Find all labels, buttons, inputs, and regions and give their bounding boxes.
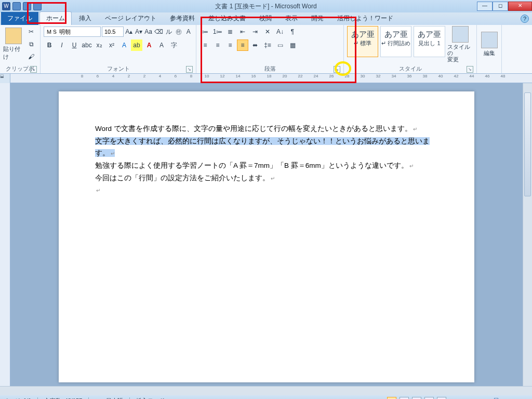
paste-button[interactable]: 貼り付け (3, 26, 23, 62)
tab-mailings[interactable]: 差し込み文書 (202, 12, 252, 25)
asian-spacing-icon[interactable]: ✕ (262, 26, 273, 37)
file-tab[interactable]: ファイル (1, 12, 38, 25)
ruler-vertical[interactable] (0, 83, 10, 386)
underline-icon[interactable]: U (69, 39, 80, 51)
format-painter-icon[interactable]: 🖌 (25, 51, 37, 62)
status-bar: ページ: 1/1 文字数: 48/157 ✔ 日本語 挿入モード ▢ 90% −… (0, 395, 532, 399)
tab-references[interactable]: 参考資料 (164, 12, 201, 25)
save-icon[interactable] (12, 2, 21, 10)
highlight-icon[interactable]: ab (131, 39, 142, 51)
paragraph-launcher[interactable]: ↘ (334, 66, 340, 73)
distribute-icon[interactable]: ⬌ (249, 39, 261, 51)
clipboard-launcher[interactable]: ↘ (30, 66, 37, 73)
char-border-icon[interactable]: A (184, 26, 193, 37)
line-spacing-icon[interactable]: ‡≡ (262, 39, 273, 51)
borders-icon[interactable]: ▦ (287, 39, 298, 51)
show-marks-icon[interactable]: ¶ (287, 26, 298, 37)
view-read-icon[interactable] (400, 397, 409, 400)
font-name-select[interactable] (44, 26, 101, 37)
window-buttons: — ◻ ✕ (477, 2, 532, 11)
justify-icon[interactable]: ≡ (237, 39, 248, 51)
scrollbar-horizontal[interactable] (0, 386, 532, 395)
align-left-icon[interactable]: ≡ (200, 39, 211, 51)
sort-icon[interactable]: A↓ (274, 26, 286, 37)
bullets-icon[interactable]: ≔ (200, 26, 211, 37)
text-effects-icon[interactable]: A (118, 39, 130, 51)
redo-icon[interactable] (33, 2, 42, 10)
decrease-indent-icon[interactable]: ⇤ (237, 26, 248, 37)
ruler-horizontal[interactable]: ⬓ 86422468101214161820222426283032343638… (0, 74, 532, 83)
copy-icon[interactable]: ⧉ (25, 38, 37, 50)
view-print-icon[interactable] (387, 397, 396, 400)
view-draft-icon[interactable] (437, 397, 446, 400)
enclose-icon[interactable]: ㊕ (175, 26, 183, 37)
change-styles-icon (452, 26, 469, 43)
status-page[interactable]: ページ: 1/1 (3, 397, 31, 399)
align-center-icon[interactable]: ≡ (212, 39, 223, 51)
ribbon: 貼り付け ✂ ⧉ 🖌 クリップボード↘ A▴ A▾ Aa ⌫ ル ㊕ A (0, 25, 532, 74)
tab-pagelayout[interactable]: ページ レイアウト (99, 12, 163, 25)
clear-format-icon[interactable]: ⌫ (154, 26, 164, 37)
cut-icon[interactable]: ✂ (25, 26, 37, 37)
view-outline-icon[interactable] (424, 397, 434, 400)
bold-icon[interactable]: B (44, 39, 55, 51)
status-words[interactable]: 文字数: 48/157 (44, 397, 82, 399)
group-edit: 編集 (477, 25, 502, 73)
minimize-button[interactable]: — (477, 2, 493, 11)
undo-icon[interactable] (23, 2, 31, 10)
font-launcher[interactable]: ↘ (186, 66, 193, 73)
title-bar: W 文書 1 [互換モード] - Microsoft Word — ◻ ✕ (0, 0, 532, 12)
page: Word で文書を作成する際に、文字の量や用途に応じて行の幅を変えたいときがある… (59, 91, 474, 382)
shrink-font-icon[interactable]: A▾ (135, 26, 143, 37)
ruler-corner[interactable]: ⬓ (0, 74, 10, 83)
help-icon[interactable]: ? (521, 15, 529, 23)
phonetic-icon[interactable]: ル (165, 26, 174, 37)
para-2-selected[interactable]: 文字を大きくすれば、必然的に行間は広くなりますが、そうじゃない！！というお悩みが… (95, 135, 438, 159)
tab-insert[interactable]: 挿入 (73, 12, 98, 25)
style-nospace[interactable]: あア亜↵ 行間詰め (380, 26, 411, 57)
paste-icon (5, 28, 22, 44)
grow-font-icon[interactable]: A▴ (125, 26, 134, 37)
tab-view[interactable]: 表示 (279, 12, 304, 25)
multilevel-icon[interactable]: ≣ (224, 26, 236, 37)
status-mode[interactable]: 挿入モード (136, 397, 165, 399)
para-3[interactable]: 勉強する際によく使用する学習ノートの「A 罫＝7mm」「B 罫＝6mm」というよ… (95, 159, 438, 172)
group-label: フォント (107, 65, 130, 72)
tab-home[interactable]: ホーム (39, 11, 72, 25)
italic-icon[interactable]: I (56, 39, 68, 51)
shading-icon[interactable]: ▭ (274, 39, 286, 51)
scrollbar-vertical[interactable] (523, 83, 532, 386)
tab-developer[interactable]: 開発 (305, 12, 330, 25)
strike-icon[interactable]: abc (81, 39, 92, 51)
change-case-icon[interactable]: Aa (144, 26, 153, 37)
group-label: 段落 (264, 65, 276, 72)
scroll-thumb[interactable] (524, 92, 531, 196)
close-button[interactable]: ✕ (508, 2, 532, 11)
group-label: スタイル (399, 65, 422, 72)
para-1[interactable]: Word で文書を作成する際に、文字の量や用途に応じて行の幅を変えたいときがある… (95, 123, 438, 135)
change-styles-button[interactable]: スタイルの 変更 (447, 26, 473, 62)
tab-addon[interactable]: 活用しよう！ワード (331, 12, 400, 25)
styles-launcher[interactable]: ↘ (467, 66, 473, 73)
para-4[interactable]: 今回はこの「行間」の設定方法をご紹介いたします。 (95, 172, 438, 184)
edit-button[interactable]: 編集 (480, 26, 498, 62)
para-empty[interactable] (95, 184, 438, 196)
subscript-icon[interactable]: x₂ (94, 39, 105, 51)
char-shading-icon[interactable]: A (156, 39, 167, 51)
style-normal[interactable]: あア亜↵ 標準 (347, 26, 378, 57)
font-color-icon[interactable]: A (143, 39, 155, 51)
maximize-button[interactable]: ◻ (493, 2, 508, 11)
group-font: A▴ A▾ Aa ⌫ ル ㊕ A B I U abc x₂ x² A ab A … (41, 25, 196, 73)
find-icon (481, 32, 498, 48)
style-heading1[interactable]: あア亜見出し 1 (414, 26, 445, 57)
view-web-icon[interactable] (412, 397, 421, 400)
superscript-icon[interactable]: x² (106, 39, 117, 51)
increase-indent-icon[interactable]: ⇥ (249, 26, 261, 37)
font-size-select[interactable] (102, 26, 124, 37)
tab-review[interactable]: 校閲 (253, 12, 278, 25)
asian-layout-icon[interactable]: 字 (168, 39, 180, 51)
document-viewport[interactable]: Word で文書を作成する際に、文字の量や用途に応じて行の幅を変えたいときがある… (10, 83, 523, 386)
align-right-icon[interactable]: ≡ (224, 39, 236, 51)
numbering-icon[interactable]: 1≔ (212, 26, 223, 37)
status-lang[interactable]: 日本語 (106, 397, 123, 399)
